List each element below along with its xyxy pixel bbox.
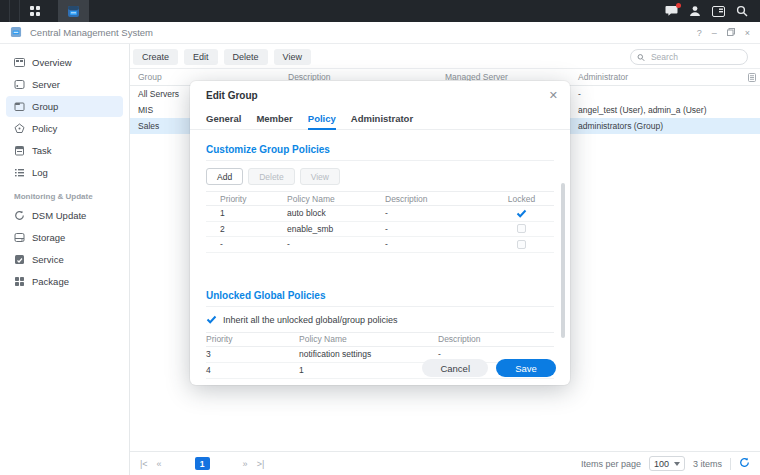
tab-policy[interactable]: Policy: [308, 113, 336, 129]
tab-administrator[interactable]: Administrator: [351, 113, 413, 129]
column-priority: Priority: [220, 194, 287, 204]
column-administrator[interactable]: Administrator: [570, 72, 744, 82]
notifications-chat-icon[interactable]: [665, 5, 678, 17]
current-page-indicator[interactable]: 1: [195, 457, 210, 470]
statusbar: |< « 1 » >| Items per page 100 3 items: [130, 451, 760, 475]
edit-group-dialog: Edit Group ✕ General Member Policy Admin…: [190, 81, 570, 385]
sidebar-item-log[interactable]: Log: [6, 162, 123, 183]
sidebar-item-policy[interactable]: Policy: [6, 118, 123, 139]
items-per-page-select[interactable]: 100: [649, 456, 685, 471]
locked-checkbox-checked[interactable]: [503, 209, 554, 218]
divider: [206, 160, 554, 161]
locked-checkbox-unchecked[interactable]: [503, 224, 554, 233]
locked-checkbox-unchecked[interactable]: [503, 240, 554, 249]
package-icon: [14, 276, 25, 287]
unlocked-policies-heading: Unlocked Global Policies: [206, 290, 554, 301]
storage-icon: [14, 232, 25, 243]
notification-badge: [676, 3, 681, 8]
close-window-button[interactable]: ×: [745, 28, 750, 38]
close-dialog-button[interactable]: ✕: [549, 90, 558, 101]
first-page-button[interactable]: |<: [140, 459, 148, 469]
items-per-page-label: Items per page: [581, 459, 641, 469]
sidebar-item-overview[interactable]: Overview: [6, 52, 123, 73]
inherit-checkbox[interactable]: Inherit all the unlocked global/group po…: [206, 313, 554, 327]
refresh-icon[interactable]: [739, 457, 750, 470]
search-box[interactable]: [630, 49, 748, 65]
search-input[interactable]: [649, 51, 741, 63]
desktop-taskbar: [0, 0, 760, 22]
dialog-scrollbar[interactable]: [561, 183, 565, 338]
search-icon[interactable]: [736, 5, 748, 17]
task-icon: [14, 145, 25, 156]
tab-general[interactable]: General: [206, 113, 241, 129]
divider: [730, 458, 731, 470]
policy-row[interactable]: 1 auto block -: [206, 206, 554, 222]
create-button[interactable]: Create: [133, 49, 178, 65]
prev-page-button[interactable]: «: [157, 459, 162, 469]
check-icon: [206, 315, 217, 324]
column-policy-name: Policy Name: [299, 334, 438, 344]
tab-member[interactable]: Member: [256, 113, 292, 129]
policy-icon: [14, 123, 25, 134]
taskbar-cms-app-button[interactable]: [58, 0, 89, 22]
window-title: Central Management System: [30, 27, 153, 38]
custom-policy-table: Priority Policy Name Description Locked …: [206, 191, 554, 253]
group-icon: [14, 101, 25, 112]
dsm-update-icon: [14, 210, 25, 221]
sidebar-item-dsm-update[interactable]: DSM Update: [6, 205, 123, 226]
delete-button[interactable]: Delete: [224, 49, 268, 65]
sidebar-section-monitoring: Monitoring & Update: [14, 192, 129, 201]
chevron-down-icon: [674, 462, 680, 466]
help-button[interactable]: ?: [697, 28, 702, 38]
policy-row[interactable]: 2 enable_smb -: [206, 222, 554, 238]
view-policy-button[interactable]: View: [300, 168, 340, 185]
add-policy-button[interactable]: Add: [206, 168, 243, 185]
group-toolbar: Create Edit Delete View: [130, 44, 760, 68]
cancel-button[interactable]: Cancel: [422, 359, 488, 377]
sidebar-item-storage[interactable]: Storage: [6, 227, 123, 248]
items-count: 3 items: [693, 459, 722, 469]
maximize-button[interactable]: [727, 28, 735, 38]
screen: Central Management System ? – × Overview: [0, 0, 760, 475]
log-icon: [14, 167, 25, 178]
search-icon: [637, 53, 645, 62]
sidebar-item-task[interactable]: Task: [6, 140, 123, 161]
check-icon: [516, 209, 527, 218]
sidebar-item-server[interactable]: Server: [6, 74, 123, 95]
minimize-button[interactable]: –: [712, 28, 717, 38]
column-priority: Priority: [206, 334, 299, 344]
column-settings-icon[interactable]: [744, 73, 760, 82]
sidebar-item-service[interactable]: Service: [6, 249, 123, 270]
apps-grid-icon: [29, 5, 41, 17]
cms-window-icon: [10, 24, 22, 42]
main-menu-button[interactable]: [20, 0, 50, 22]
sidebar: Overview Server Group Policy Task: [0, 44, 130, 475]
user-menu-icon[interactable]: [689, 5, 701, 17]
column-policy-name: Policy Name: [287, 194, 385, 204]
next-page-button[interactable]: »: [243, 459, 248, 469]
taskbar-divider: [9, 0, 10, 22]
divider: [206, 306, 554, 307]
policy-row[interactable]: - - -: [206, 237, 554, 253]
service-icon: [14, 254, 25, 265]
edit-button[interactable]: Edit: [184, 49, 218, 65]
last-page-button[interactable]: >|: [257, 459, 265, 469]
view-button[interactable]: View: [274, 49, 311, 65]
widgets-panel-icon[interactable]: [712, 6, 725, 17]
server-icon: [14, 79, 25, 90]
column-description: Description: [438, 334, 554, 344]
column-locked: Locked: [503, 194, 554, 204]
dialog-tabs: General Member Policy Administrator: [190, 107, 570, 130]
sidebar-item-package[interactable]: Package: [6, 271, 123, 292]
customize-policies-heading: Customize Group Policies: [206, 144, 554, 155]
cms-app-icon: [67, 5, 80, 18]
inherit-label: Inherit all the unlocked global/group po…: [223, 315, 398, 325]
save-button[interactable]: Save: [496, 359, 556, 377]
dialog-title: Edit Group: [206, 90, 258, 101]
delete-policy-button[interactable]: Delete: [248, 168, 295, 185]
column-description: Description: [385, 194, 503, 204]
window-titlebar: Central Management System ? – ×: [0, 22, 760, 44]
overview-icon: [14, 57, 25, 68]
sidebar-item-group[interactable]: Group: [6, 96, 123, 117]
